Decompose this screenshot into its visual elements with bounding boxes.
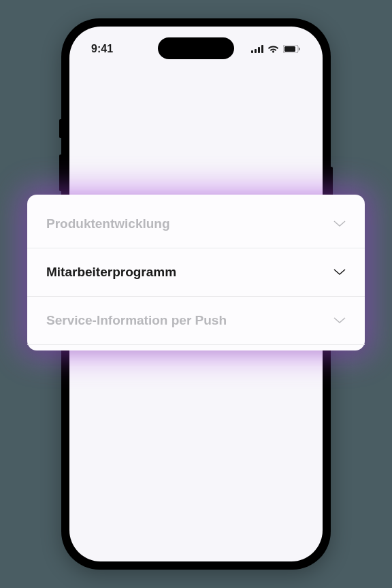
svg-rect-3 bbox=[261, 45, 263, 53]
svg-rect-0 bbox=[251, 50, 253, 53]
list-item-mitarbeiterprogramm[interactable]: Mitarbeiterprogramm bbox=[27, 248, 365, 297]
list-item-label: Mitarbeiterprogramm bbox=[46, 265, 176, 280]
list-item-label: Service-Information per Push bbox=[46, 313, 227, 328]
chevron-down-icon bbox=[333, 269, 346, 276]
svg-rect-5 bbox=[284, 46, 295, 52]
list-item-label: Produktentwicklung bbox=[46, 216, 170, 231]
status-icons bbox=[251, 45, 301, 53]
svg-rect-1 bbox=[255, 49, 257, 53]
dynamic-island bbox=[158, 37, 234, 59]
battery-icon bbox=[283, 45, 301, 53]
list-item-produktentwicklung[interactable]: Produktentwicklung bbox=[27, 200, 365, 248]
chevron-down-icon bbox=[333, 317, 346, 324]
wifi-icon bbox=[267, 45, 279, 53]
svg-rect-2 bbox=[258, 47, 260, 53]
list-item-service-information[interactable]: Service-Information per Push bbox=[27, 297, 365, 345]
phone-volume-up-button bbox=[59, 154, 61, 191]
chevron-down-icon bbox=[333, 220, 346, 227]
settings-card: Produktentwicklung Mitarbeiterprogramm S… bbox=[27, 195, 365, 350]
status-time: 9:41 bbox=[91, 43, 113, 55]
cellular-signal-icon bbox=[251, 45, 263, 53]
phone-silence-button bbox=[59, 119, 61, 138]
svg-rect-6 bbox=[299, 48, 300, 50]
